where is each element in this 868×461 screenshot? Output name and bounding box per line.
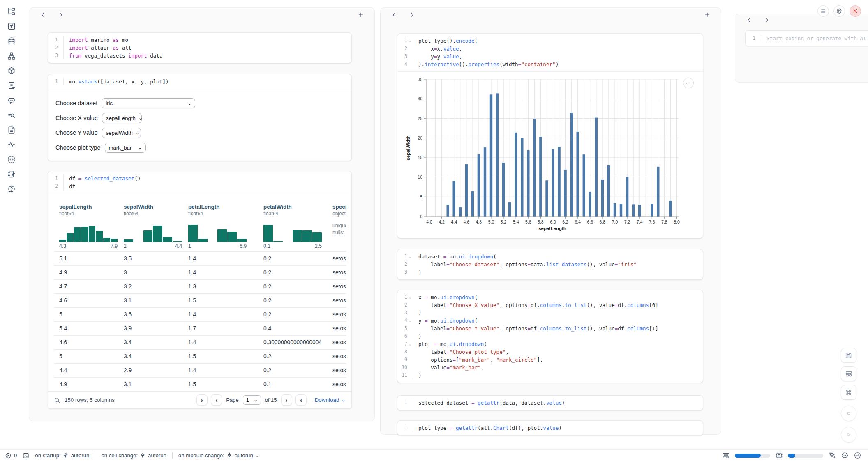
form-row: Choose X valuesepalLength⌄: [55, 111, 344, 125]
table-row[interactable]: 5.13.51.40.2setosa: [54, 251, 346, 265]
cell-plot-type[interactable]: 1plot_type = getattr(alt.Chart(df), plot…: [397, 420, 703, 436]
scroll-log-icon[interactable]: [7, 81, 16, 90]
check-circle-icon[interactable]: [854, 452, 861, 459]
dropdown-select[interactable]: mark_bar⌄: [105, 143, 146, 153]
table-row[interactable]: 4.93.11.50.1setosa: [54, 377, 346, 391]
error-count-indicator[interactable]: 0: [5, 452, 17, 459]
stop-button[interactable]: [841, 406, 856, 421]
cell-dataset-dropdown[interactable]: 1⌄dataset = mo.ui.dropdown(2 label="Choo…: [397, 249, 703, 280]
file-explorer-icon[interactable]: [7, 7, 16, 16]
svg-text:5.6: 5.6: [525, 219, 531, 224]
table-row[interactable]: 5.43.91.70.4setosa: [54, 321, 346, 335]
line-number: 1: [747, 35, 755, 42]
snippets-icon[interactable]: [7, 155, 16, 164]
runtime-config-item[interactable]: on module change:autorun⌄: [178, 452, 259, 459]
dropdown-select[interactable]: sepalWidth⌄: [102, 128, 141, 138]
dropdown-value: mark_bar: [109, 145, 132, 151]
ai-chat-icon[interactable]: [7, 96, 16, 104]
page-select[interactable]: 1⌄: [243, 395, 261, 405]
search-icon[interactable]: [54, 397, 60, 403]
menu-icon[interactable]: [817, 5, 829, 17]
chart-svg[interactable]: 051015202530354.04.24.44.64.85.05.25.45.…: [402, 74, 688, 233]
fold-chevron-icon[interactable]: ⌄: [407, 317, 413, 325]
table-row[interactable]: 4.931.40.2setosa: [54, 265, 346, 279]
cell-selected-dataset[interactable]: 1selected_dataset = getattr(data, datase…: [397, 395, 703, 410]
dropdown-select[interactable]: iris⌄: [102, 98, 195, 108]
cell-vstack[interactable]: 1mo.vstack([dataset, x, y, plot]) Choose…: [48, 74, 352, 161]
code-token: dataset: [418, 254, 443, 260]
help-icon[interactable]: [7, 185, 16, 193]
fold-chevron-icon[interactable]: ⌄: [407, 37, 413, 45]
code-token: ,: [481, 364, 484, 371]
table-row[interactable]: 53.41.50.2setosa: [54, 349, 346, 363]
runtime-config-item[interactable]: on startup:autorun: [35, 452, 89, 459]
table-column-header[interactable]: sepalWidthfloat6424.4: [118, 200, 183, 251]
table-scroll-area[interactable]: sepalLengthfloat644.37.9sepalWidthfloat6…: [54, 200, 346, 391]
terminal-icon[interactable]: [23, 452, 29, 459]
chevron-left-icon[interactable]: [390, 11, 398, 18]
last-page-button[interactable]: »: [295, 394, 307, 406]
table-column-header[interactable]: sepalLengthfloat644.37.9: [54, 200, 118, 251]
table-column-header[interactable]: speciesobjectunique:nulls:: [327, 200, 346, 251]
scratchpad-placeholder[interactable]: Start coding or generate with AI: [761, 35, 866, 42]
dependency-graph-icon[interactable]: [7, 52, 16, 60]
cell-dataframe[interactable]: 1df = selected_dataset()2df sepalLengthf…: [48, 171, 352, 409]
column-histogram[interactable]: [188, 221, 247, 242]
chevron-right-icon[interactable]: [763, 16, 771, 24]
table-row[interactable]: 4.63.41.40.30000000000000004setosa: [54, 335, 346, 349]
chart-actions-menu-icon[interactable]: ⋯: [683, 78, 694, 88]
table-row[interactable]: 53.61.40.2setosa: [54, 307, 346, 321]
table-row[interactable]: 4.73.21.30.2setosa: [54, 279, 346, 293]
column-name: petalWidth: [263, 204, 323, 210]
logs-search-icon[interactable]: [7, 111, 16, 119]
save-icon[interactable]: [841, 348, 856, 363]
tracing-icon[interactable]: [7, 141, 16, 149]
datasources-icon[interactable]: [7, 37, 16, 45]
gear-icon[interactable]: [833, 5, 845, 17]
first-page-button[interactable]: «: [196, 394, 208, 406]
chevron-right-icon[interactable]: [409, 11, 416, 18]
column-histogram[interactable]: [124, 221, 182, 242]
cell-xy-plot-dropdowns[interactable]: 1⌄x = mo.ui.dropdown(2 label="Choose X v…: [397, 290, 703, 383]
prev-page-button[interactable]: ‹: [211, 394, 222, 406]
next-page-button[interactable]: ›: [281, 394, 292, 406]
dropdown-select[interactable]: sepalLength⌄: [102, 113, 142, 123]
download-button[interactable]: Download⌄: [315, 397, 345, 403]
close-icon[interactable]: [850, 5, 861, 17]
run-button[interactable]: [841, 427, 856, 443]
code-line: 3): [397, 309, 703, 317]
layout-grid-icon[interactable]: [841, 366, 856, 381]
scratchpad-icon[interactable]: [7, 170, 16, 178]
cell-plot[interactable]: 1⌄plot_type().encode(2 x=x.value,3 y=y.v…: [397, 33, 703, 238]
chevron-left-icon[interactable]: [745, 16, 753, 24]
functions-icon[interactable]: [7, 22, 16, 30]
code-text: y = mo.ui.dropdown(: [413, 317, 478, 325]
generate-link[interactable]: generate: [816, 35, 841, 41]
table-column-header[interactable]: petalWidthfloat640.12.5: [258, 200, 327, 251]
plus-icon[interactable]: [704, 11, 711, 18]
table-column-header[interactable]: petalLengthfloat6416.9: [183, 200, 258, 251]
copilot-icon[interactable]: [841, 452, 849, 459]
table-cell: 3.9: [118, 322, 183, 335]
chevron-right-icon[interactable]: [57, 11, 65, 18]
scratchpad-cell[interactable]: 1 Start coding or generate with AI: [745, 30, 868, 46]
fold-chevron-icon[interactable]: ⌄: [407, 293, 413, 301]
chevron-left-icon[interactable]: [39, 11, 46, 18]
fold-chevron-icon[interactable]: ⌄: [407, 253, 413, 260]
documentation-icon[interactable]: [7, 126, 16, 134]
altair-bar-chart[interactable]: 051015202530354.04.24.44.64.85.05.25.45.…: [402, 74, 695, 235]
table-row[interactable]: 4.42.91.40.2setosa: [54, 363, 346, 377]
runtime-config-item[interactable]: on cell change:autorun: [101, 452, 166, 459]
svg-text:0: 0: [420, 214, 422, 219]
fold-chevron-icon[interactable]: ⌄: [407, 340, 413, 348]
histogram-bar: [134, 242, 143, 242]
packages-icon[interactable]: [7, 67, 16, 75]
sparkles-icon[interactable]: [828, 452, 836, 459]
column-histogram[interactable]: [263, 221, 322, 242]
column-histogram[interactable]: [59, 221, 118, 242]
plus-icon[interactable]: [357, 11, 365, 18]
table-row[interactable]: 4.63.11.50.2setosa: [54, 293, 346, 307]
keyboard-shortcuts-icon[interactable]: [841, 385, 856, 400]
cell-imports[interactable]: 1import marimo as mo2import altair as al…: [48, 32, 352, 63]
histogram-range: 4.37.9: [59, 243, 118, 249]
